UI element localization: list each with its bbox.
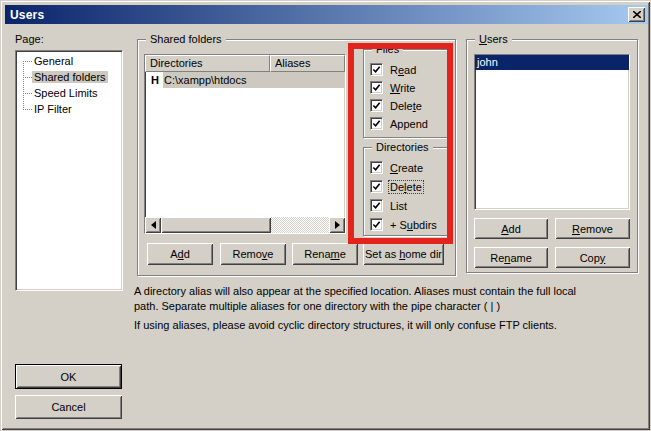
file-delete-checkbox-row[interactable]: Delete (370, 99, 423, 112)
titlebar[interactable]: Users (5, 5, 648, 24)
append-checkbox[interactable] (370, 117, 383, 130)
read-checkbox[interactable] (370, 63, 383, 76)
tree-branch-line (23, 77, 32, 78)
directory-path[interactable]: C:\xampp\htdocs (163, 72, 345, 88)
checkmark-icon (372, 101, 381, 110)
tree-item-general[interactable]: General (32, 54, 75, 68)
checkmark-icon (372, 201, 381, 210)
users-group-label: Users (475, 33, 512, 45)
user-add-button[interactable]: Add (474, 218, 548, 239)
tree-branch-line (23, 109, 32, 110)
directories-group-label: Directories (372, 141, 433, 153)
checkmark-icon (372, 182, 381, 191)
subdirs-checkbox-row[interactable]: + Subdirs (370, 218, 438, 231)
directories-group: Directories Create Delete List + Subdirs (363, 147, 448, 236)
close-icon (633, 11, 641, 18)
page-tree[interactable]: General Shared folders Speed Limits IP F… (15, 50, 123, 291)
arrow-right-icon (335, 221, 340, 229)
column-header-directories[interactable]: Directories (145, 55, 270, 72)
close-button[interactable] (628, 7, 645, 22)
user-rename-button[interactable]: Rename (474, 247, 548, 268)
scroll-left-button[interactable] (145, 217, 161, 233)
arrow-left-icon (151, 221, 156, 229)
folder-rename-button[interactable]: Rename (292, 243, 358, 265)
alias-info-line-2: path. Separate multiple aliases for one … (134, 300, 500, 312)
checkmark-icon (372, 220, 381, 229)
tree-item-speed-limits[interactable]: Speed Limits (32, 86, 100, 100)
dir-delete-checkbox-row[interactable]: Delete (370, 180, 423, 193)
append-checkbox-row[interactable]: Append (370, 117, 429, 130)
checkmark-icon (372, 163, 381, 172)
directories-list-header: Directories Aliases (145, 55, 345, 72)
users-dialog: Users Page: General Shared folders Speed… (0, 0, 651, 431)
file-delete-checkbox[interactable] (370, 99, 383, 112)
checkmark-icon (372, 83, 381, 92)
list-checkbox-row[interactable]: List (370, 199, 408, 212)
create-checkbox-row[interactable]: Create (370, 161, 424, 174)
home-marker: H (145, 74, 163, 86)
files-group: Files Read Write Delete Append (363, 49, 448, 138)
read-checkbox-row[interactable]: Read (370, 63, 417, 76)
user-copy-button[interactable]: Copy (555, 247, 630, 268)
alias-info-line-3: If using aliases, please avoid cyclic di… (134, 319, 557, 331)
users-list[interactable]: john (474, 54, 630, 210)
h-scrollbar[interactable] (145, 217, 345, 233)
user-row-john[interactable]: john (475, 55, 629, 70)
list-checkbox[interactable] (370, 199, 383, 212)
shared-folders-group-label: Shared folders (146, 33, 226, 45)
directory-row[interactable]: H C:\xampp\htdocs (145, 72, 345, 88)
checkmark-icon (372, 65, 381, 74)
scroll-right-button[interactable] (329, 217, 345, 233)
create-checkbox[interactable] (370, 161, 383, 174)
tree-connector-line (23, 61, 24, 110)
directories-list[interactable]: Directories Aliases H C:\xampp\htdocs (144, 54, 346, 234)
user-remove-button[interactable]: Remove (555, 218, 630, 239)
ok-button[interactable]: OK (15, 364, 122, 389)
tree-item-shared-folders[interactable]: Shared folders (32, 70, 108, 84)
set-as-home-dir-button[interactable]: Set as home dir (363, 243, 444, 265)
checkmark-icon (372, 119, 381, 128)
page-label: Page: (15, 33, 44, 45)
write-checkbox[interactable] (370, 81, 383, 94)
dir-delete-checkbox[interactable] (370, 180, 383, 193)
cancel-button[interactable]: Cancel (15, 395, 122, 419)
files-group-label: Files (372, 43, 403, 55)
tree-item-ip-filter[interactable]: IP Filter (32, 102, 74, 116)
window-title: Users (10, 8, 44, 22)
alias-info-line-1: A directory alias will also appear at th… (134, 285, 576, 297)
column-header-aliases[interactable]: Aliases (270, 55, 345, 72)
scrollbar-track[interactable] (271, 217, 329, 233)
tree-branch-line (23, 61, 32, 62)
folder-add-button[interactable]: Add (147, 243, 213, 265)
subdirs-checkbox[interactable] (370, 218, 383, 231)
tree-branch-line (23, 93, 32, 94)
scrollbar-thumb[interactable] (161, 217, 271, 233)
write-checkbox-row[interactable]: Write (370, 81, 416, 94)
folder-remove-button[interactable]: Remove (220, 243, 286, 265)
